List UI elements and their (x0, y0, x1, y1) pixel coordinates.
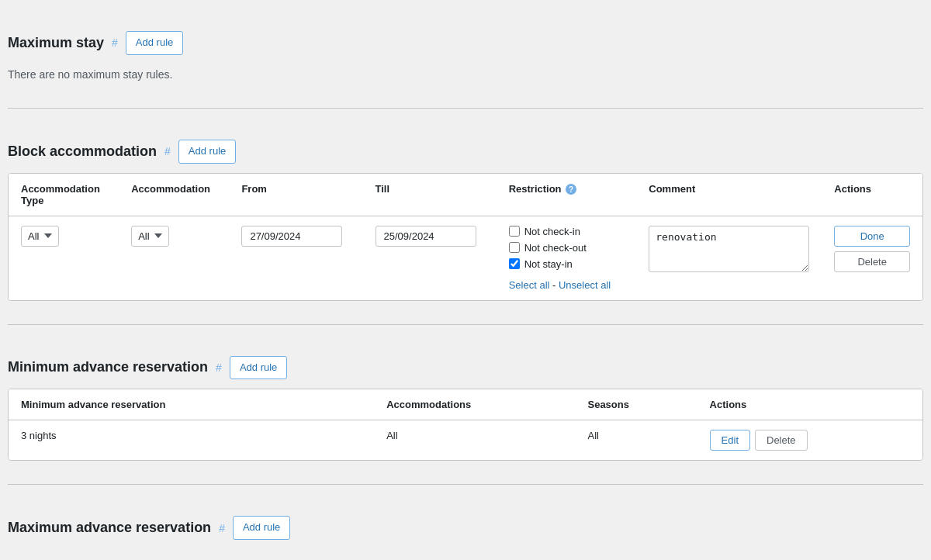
accommodation-type-select[interactable]: All (21, 226, 59, 247)
cell-restriction: Not check-in Not check-out Not stay-in (497, 216, 637, 300)
not-checkout-label: Not check-out (524, 242, 587, 254)
maximum-stay-hash: # (112, 36, 118, 49)
cell-accommodation: All (119, 216, 229, 300)
minimum-advance-hash: # (216, 361, 222, 374)
done-button[interactable]: Done (834, 226, 910, 247)
block-accommodation-hash: # (164, 145, 171, 157)
not-checkin-row: Not check-in (509, 226, 625, 237)
block-accommodation-header-row: AccommodationType Accommodation From Til… (9, 174, 922, 216)
not-checkin-label: Not check-in (524, 226, 580, 237)
minimum-advance-title: Minimum advance reservation (8, 359, 208, 375)
block-accommodation-title: Block accommodation (8, 143, 157, 160)
col-accommodations: Accommodations (374, 389, 575, 420)
col-seasons: Seasons (575, 389, 697, 420)
unselect-all-link[interactable]: Unselect all (559, 279, 611, 291)
not-stayin-checkbox[interactable] (509, 258, 520, 269)
till-date-input[interactable] (376, 226, 476, 247)
edit-button[interactable]: Edit (710, 430, 750, 451)
cell-min-actions: Edit Delete (697, 420, 922, 461)
cell-actions: Done Delete (822, 216, 922, 300)
minimum-advance-add-rule-button[interactable]: Add rule (230, 356, 287, 380)
col-actions: Actions (822, 174, 922, 216)
not-stayin-row: Not stay-in (509, 258, 625, 270)
link-separator: - (552, 279, 559, 291)
cell-accommodations: All (374, 420, 575, 461)
not-checkin-checkbox[interactable] (509, 226, 520, 237)
maximum-advance-title: Maximum advance reservation (8, 520, 211, 536)
cell-comment: renovation (636, 216, 822, 300)
maximum-advance-add-rule-button[interactable]: Add rule (233, 516, 290, 540)
minimum-advance-section: Minimum advance reservation # Add rule M… (8, 340, 923, 477)
maximum-stay-add-rule-button[interactable]: Add rule (126, 31, 183, 55)
from-date-input[interactable] (241, 226, 342, 247)
block-accommodation-header: Block accommodation # Add rule (8, 140, 923, 164)
block-accommodation-table: AccommodationType Accommodation From Til… (9, 174, 922, 300)
maximum-stay-title: Maximum stay (8, 35, 104, 51)
restriction-checkboxes: Not check-in Not check-out Not stay-in (509, 226, 625, 291)
select-all-links: Select all - Unselect all (509, 279, 625, 291)
block-accommodation-row: All All (9, 216, 922, 300)
maximum-advance-hash: # (219, 522, 225, 534)
not-checkout-row: Not check-out (509, 242, 625, 254)
minimum-advance-header-row: Minimum advance reservation Accommodatio… (9, 389, 922, 420)
page-container: Maximum stay # Add rule There are no max… (0, 16, 931, 557)
row-actions: Done Delete (834, 226, 910, 272)
min-row-actions: Edit Delete (710, 430, 910, 451)
divider-1 (8, 108, 923, 109)
min-delete-button[interactable]: Delete (755, 430, 808, 451)
col-min-actions: Actions (697, 389, 922, 420)
block-accommodation-table-container: AccommodationType Accommodation From Til… (8, 173, 923, 301)
select-all-link[interactable]: Select all (509, 279, 550, 291)
maximum-stay-no-rules: There are no maximum stay rules. (8, 64, 923, 92)
comment-textarea[interactable]: renovation (649, 226, 809, 272)
cell-from (229, 216, 362, 300)
not-checkout-checkbox[interactable] (509, 242, 520, 253)
not-stayin-label: Not stay-in (524, 258, 573, 270)
minimum-advance-row: 3 nights All All Edit Delete (9, 420, 922, 461)
delete-button[interactable]: Delete (834, 251, 910, 272)
minimum-advance-table-container: Minimum advance reservation Accommodatio… (8, 389, 923, 461)
accommodation-select[interactable]: All (131, 226, 169, 247)
block-accommodation-add-rule-button[interactable]: Add rule (178, 140, 236, 164)
col-min-reservation: Minimum advance reservation (9, 389, 374, 420)
col-accommodation: Accommodation (119, 174, 229, 216)
minimum-advance-header: Minimum advance reservation # Add rule (8, 356, 923, 380)
cell-accommodation-type: All (9, 216, 119, 300)
divider-2 (8, 324, 923, 325)
col-from: From (229, 174, 362, 216)
maximum-stay-header: Maximum stay # Add rule (8, 31, 923, 55)
divider-3 (8, 484, 923, 485)
cell-till (363, 216, 497, 300)
col-till: Till (363, 174, 497, 216)
cell-nights: 3 nights (9, 420, 374, 461)
col-accommodation-type: AccommodationType (9, 174, 119, 216)
restriction-info-icon: ? (566, 184, 576, 195)
block-accommodation-section: Block accommodation # Add rule Accommoda… (8, 124, 923, 316)
maximum-advance-section: Maximum advance reservation # Add rule (8, 500, 923, 557)
col-restriction: Restriction ? (497, 174, 637, 216)
maximum-stay-section: Maximum stay # Add rule There are no max… (8, 16, 923, 100)
maximum-advance-header: Maximum advance reservation # Add rule (8, 516, 923, 540)
cell-seasons: All (575, 420, 697, 461)
col-comment: Comment (636, 174, 822, 216)
minimum-advance-table: Minimum advance reservation Accommodatio… (9, 389, 922, 460)
